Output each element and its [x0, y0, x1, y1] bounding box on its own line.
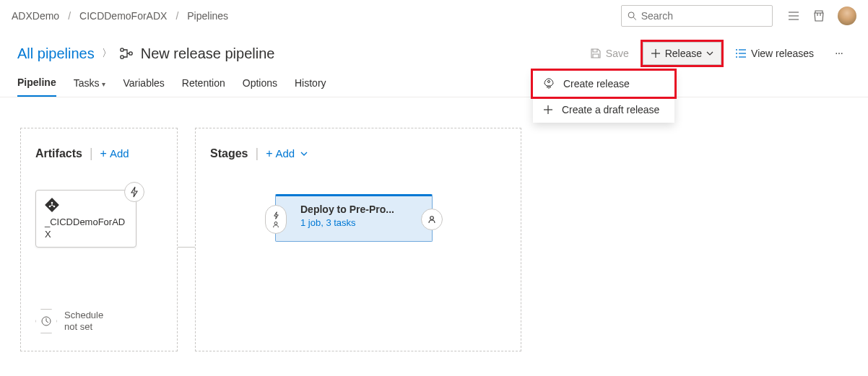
- chevron-down-icon: ▾: [102, 80, 105, 88]
- separator: |: [90, 146, 93, 161]
- view-releases-button[interactable]: View releases: [727, 42, 822, 65]
- plus-icon: [543, 105, 553, 115]
- rocket-icon: [543, 78, 555, 89]
- tab-variables[interactable]: Variables: [123, 77, 164, 96]
- person-icon: [272, 221, 279, 228]
- breadcrumb-section[interactable]: Pipelines: [187, 10, 228, 22]
- tab-tasks[interactable]: Tasks▾: [74, 77, 106, 96]
- post-deployment-conditions[interactable]: [421, 209, 443, 230]
- chevron-right-icon: 〉: [102, 47, 112, 60]
- git-icon: [45, 198, 127, 212]
- marketplace-icon[interactable]: [813, 9, 825, 22]
- lightning-icon: [273, 211, 279, 219]
- stage-tasks-link[interactable]: 1 job, 3 tasks: [300, 217, 407, 228]
- artifact-name: _CICDDemoForADX: [45, 217, 127, 241]
- breadcrumb-project[interactable]: CICDDemoForADX: [79, 10, 167, 22]
- more-button[interactable]: [828, 42, 851, 65]
- list-icon[interactable]: [787, 9, 800, 22]
- svg-point-23: [51, 202, 53, 204]
- breadcrumb-org[interactable]: ADXDemo: [12, 10, 59, 22]
- user-avatar[interactable]: [838, 6, 856, 25]
- separator: |: [255, 146, 259, 161]
- ellipsis-icon: [836, 52, 843, 55]
- save-icon: [590, 48, 602, 59]
- list-detail-icon: [735, 48, 747, 58]
- tab-history[interactable]: History: [295, 77, 326, 96]
- search-input[interactable]: [641, 10, 766, 22]
- person-icon: [428, 215, 436, 224]
- page-breadcrumb: All pipelines 〉 New release pipeline: [17, 45, 582, 62]
- breadcrumb-separator: /: [68, 10, 71, 22]
- schedule-row: Schedule not set: [35, 309, 103, 333]
- tabs: Pipeline Tasks▾ Variables Retention Opti…: [0, 65, 868, 97]
- breadcrumb-top: ADXDemo / CICDDemoForADX / Pipelines: [12, 10, 621, 22]
- tab-retention[interactable]: Retention: [182, 77, 225, 96]
- stage-name: Deploy to Pre-Pro...: [300, 204, 407, 215]
- svg-point-0: [628, 12, 634, 17]
- search-box[interactable]: [621, 5, 773, 27]
- tab-options[interactable]: Options: [243, 77, 277, 96]
- artifact-card[interactable]: _CICDDemoForADX: [35, 190, 136, 248]
- stages-title: Stages: [210, 147, 248, 160]
- page-title: New release pipeline: [141, 45, 275, 62]
- svg-point-27: [274, 222, 277, 224]
- all-pipelines-link[interactable]: All pipelines: [17, 45, 95, 62]
- breadcrumb-separator: /: [175, 10, 178, 22]
- chevron-down-icon: [300, 152, 308, 156]
- chevron-down-icon: [706, 51, 713, 56]
- create-draft-release-item[interactable]: Create a draft release: [533, 97, 674, 123]
- release-button[interactable]: Release: [643, 42, 721, 65]
- plus-icon: +: [100, 147, 107, 160]
- artifacts-title: Artifacts: [35, 147, 82, 160]
- schedule-button[interactable]: [35, 309, 57, 333]
- svg-point-17: [838, 53, 840, 54]
- svg-point-28: [430, 217, 434, 220]
- pre-deployment-conditions[interactable]: [265, 205, 287, 234]
- schedule-label: Schedule not set: [64, 310, 103, 332]
- stages-panel: Stages | + Add Deploy to Pre-Pro... 1 jo…: [195, 128, 521, 351]
- svg-point-18: [841, 53, 843, 54]
- artifacts-panel: Artifacts | + Add _CICDDemoForADX Schedu…: [20, 128, 178, 351]
- svg-point-19: [548, 81, 550, 83]
- pipeline-icon: [119, 47, 134, 60]
- svg-point-6: [121, 56, 123, 58]
- lightning-icon: [130, 186, 139, 198]
- svg-point-16: [836, 53, 837, 54]
- release-dropdown: Create release Create a draft release: [533, 71, 674, 123]
- save-button: Save: [582, 42, 637, 65]
- tab-pipeline[interactable]: Pipeline: [17, 76, 56, 97]
- add-artifact-button[interactable]: + Add: [100, 147, 129, 160]
- svg-line-1: [633, 17, 636, 19]
- search-icon: [628, 11, 637, 21]
- svg-point-7: [129, 52, 132, 55]
- clock-icon: [41, 316, 51, 326]
- create-release-item[interactable]: Create release: [533, 71, 674, 97]
- add-stage-button[interactable]: + Add: [266, 147, 308, 160]
- artifact-trigger-button[interactable]: [124, 182, 144, 202]
- plus-icon: +: [266, 147, 272, 160]
- svg-point-5: [121, 48, 123, 51]
- plus-icon: [651, 48, 661, 58]
- stage-card[interactable]: Deploy to Pre-Pro... 1 job, 3 tasks: [275, 194, 433, 242]
